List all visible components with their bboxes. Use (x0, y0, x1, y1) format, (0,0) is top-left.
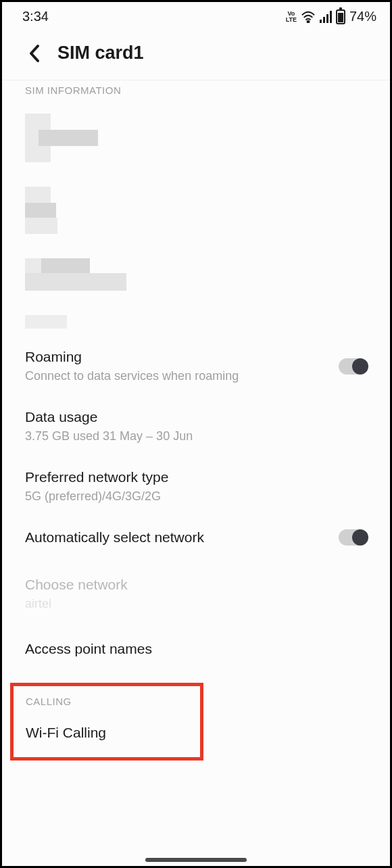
setting-subtitle: Connect to data services when roaming (25, 369, 339, 383)
nav-indicator[interactable] (145, 858, 247, 862)
back-icon[interactable] (25, 44, 44, 63)
battery-percent: 74% (349, 9, 376, 24)
status-bar: 3:34 VoLTE 74% (2, 2, 390, 28)
roaming-toggle[interactable] (339, 358, 367, 375)
setting-title: Data usage (25, 409, 367, 425)
wifi-icon (301, 11, 316, 23)
page-header: SIM card1 (2, 28, 390, 80)
setting-wifi-calling[interactable]: Wi-Fi Calling (26, 725, 188, 741)
setting-roaming[interactable]: Roaming Connect to data services when ro… (2, 338, 390, 398)
battery-icon (336, 9, 345, 24)
setting-title: Automatically select network (25, 529, 339, 546)
volte-icon: VoLTE (286, 11, 297, 23)
redacted-sim-info (2, 114, 390, 329)
setting-title: Access point names (25, 641, 367, 657)
setting-data-usage[interactable]: Data usage 3.75 GB used 31 May – 30 Jun (2, 398, 390, 458)
auto-select-toggle[interactable] (339, 529, 367, 546)
setting-auto-select-network[interactable]: Automatically select network (2, 519, 390, 566)
setting-title: Choose network (25, 577, 367, 593)
setting-apn[interactable]: Access point names (2, 626, 390, 672)
signal-icon (320, 11, 332, 23)
setting-preferred-network[interactable]: Preferred network type 5G (preferred)/4G… (2, 458, 390, 519)
page-title: SIM card1 (57, 43, 144, 64)
setting-subtitle: airtel (25, 597, 367, 611)
status-time: 3:34 (22, 9, 49, 24)
setting-subtitle: 3.75 GB used 31 May – 30 Jun (25, 429, 367, 443)
setting-choose-network: Choose network airtel (2, 566, 390, 626)
setting-title: Preferred network type (25, 469, 367, 485)
svg-point-0 (308, 20, 310, 22)
status-right: VoLTE 74% (286, 9, 376, 24)
setting-subtitle: 5G (preferred)/4G/3G/2G (25, 489, 367, 504)
section-header-sim-info: SIM INFORMATION (2, 80, 390, 104)
highlight-box: CALLING Wi-Fi Calling (10, 683, 203, 761)
section-header-calling: CALLING (26, 696, 188, 707)
setting-title: Roaming (25, 349, 339, 365)
